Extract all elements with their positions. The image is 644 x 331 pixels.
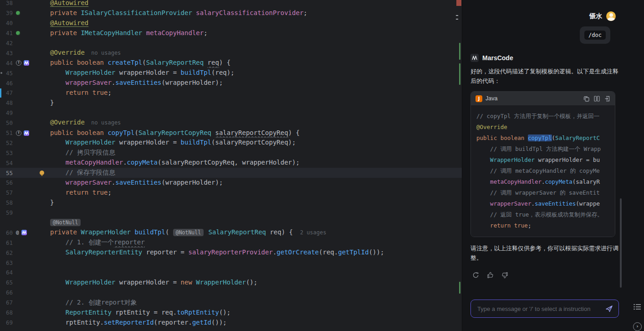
gutter[interactable]: 66 [0, 288, 48, 298]
gutter[interactable]: 46 [0, 78, 48, 88]
code-line[interactable]: 46 wrapperSaver.saveEntities(wrapperHold… [0, 78, 462, 88]
intention-bulb-icon[interactable] [40, 171, 44, 175]
code-line[interactable]: 39private ISalaryClassificationProvider … [0, 8, 462, 18]
line-number[interactable]: 66 [3, 289, 13, 296]
line-number[interactable]: 67 [3, 299, 13, 306]
gutter[interactable]: 50 [0, 118, 48, 128]
spring-bean-icon[interactable] [16, 11, 20, 15]
line-number[interactable]: 49 [3, 109, 13, 116]
gutter[interactable]: 57 [0, 188, 48, 198]
code-text[interactable]: return true; [48, 188, 462, 198]
code-text[interactable]: private WrapperHolder buildTpl( @NotNull… [48, 228, 462, 238]
code-text[interactable]: ReportEntity rptEntity = req.toRptEntity… [48, 308, 462, 318]
code-text[interactable]: WrapperHolder wrapperHolder = new Wrappe… [48, 278, 462, 288]
gutter[interactable]: 47 [0, 88, 48, 98]
line-number[interactable]: 40 [3, 20, 13, 26]
code-editor[interactable]: 38@Autowired39private ISalaryClassificat… [0, 0, 462, 331]
gutter[interactable]: 60@ [0, 228, 48, 238]
code-line[interactable]: 57 return true; [0, 188, 462, 198]
code-text[interactable]: private IMetaCopyHandler metaCopyHandler… [48, 28, 462, 38]
line-number[interactable]: 68 [3, 309, 13, 316]
code-text[interactable]: public boolean createTpl(SalaryReportReq… [48, 58, 462, 68]
line-number[interactable]: 50 [3, 119, 13, 126]
instruction-list-icon[interactable] [634, 304, 641, 310]
gutter[interactable]: 62 [0, 248, 48, 258]
gutter[interactable]: 63 [0, 258, 48, 268]
code-line[interactable]: 58} [0, 198, 462, 208]
gutter[interactable]: 53 [0, 148, 48, 158]
code-text[interactable]: @Autowired [48, 18, 462, 28]
line-number[interactable]: 58 [3, 199, 13, 206]
code-text[interactable]: // 保存字段信息 [48, 168, 462, 178]
code-line[interactable]: 55 // 保存字段信息 [0, 168, 462, 178]
insert-code-icon[interactable] [604, 96, 610, 102]
line-number[interactable]: 43 [3, 50, 13, 57]
gutter[interactable]: 39 [0, 8, 48, 18]
gutter[interactable]: 55 [0, 168, 48, 178]
line-number[interactable]: 39 [3, 10, 13, 16]
code-line[interactable]: 60@private WrapperHolder buildTpl( @NotN… [0, 228, 462, 238]
chat-input[interactable] [476, 305, 602, 313]
line-number[interactable]: 64 [3, 269, 13, 276]
line-number[interactable]: 54 [3, 160, 13, 166]
code-text[interactable]: } [48, 198, 462, 208]
code-line[interactable]: 56 wrapperSaver.saveEntities(wrapperHold… [0, 178, 462, 188]
diff-code-icon[interactable] [594, 96, 600, 102]
gutter[interactable]: 49 [0, 108, 48, 118]
gutter[interactable]: 42 [0, 38, 48, 48]
gutter[interactable]: 38 [0, 0, 48, 8]
line-number[interactable]: 63 [3, 259, 13, 266]
line-number[interactable]: 51 [3, 129, 13, 136]
override-method-icon[interactable]: ↑ [16, 60, 21, 66]
line-number[interactable]: 55 [3, 170, 13, 176]
code-text[interactable]: @Override no usages [48, 48, 462, 58]
gutter[interactable]: 52 [0, 138, 48, 148]
line-number[interactable]: 41 [3, 30, 13, 36]
code-line[interactable]: 59 [0, 208, 462, 218]
code-text[interactable]: @Autowired [48, 0, 462, 8]
code-line[interactable]: 61 // 1. 创建一个reporter [0, 238, 462, 248]
code-line[interactable]: 42 [0, 38, 462, 48]
line-number[interactable]: 56 [3, 179, 13, 186]
code-line[interactable]: @NotNull [0, 218, 462, 228]
chat-input-container[interactable] [470, 300, 619, 318]
regenerate-icon[interactable] [471, 271, 480, 279]
avatar[interactable] [606, 11, 616, 21]
code-line[interactable]: 68 ReportEntity rptEntity = req.toRptEnt… [0, 308, 462, 318]
gutter[interactable]: 58 [0, 198, 48, 208]
ai-assistant-icon[interactable] [21, 230, 27, 235]
ai-assistant-icon[interactable] [24, 60, 29, 66]
gutter[interactable]: 41 [0, 28, 48, 38]
line-number[interactable]: 65 [3, 279, 13, 286]
line-number[interactable]: 59 [3, 209, 13, 216]
code-text[interactable]: metaCopyHandler.copyMeta(salaryReportCop… [48, 158, 462, 168]
code-line[interactable]: 63 [0, 258, 462, 268]
history-icon[interactable]: › [633, 322, 642, 331]
gutter[interactable]: 67 [0, 298, 48, 308]
chat-scrollbar[interactable] [620, 198, 622, 288]
code-text[interactable]: SalaryReporterEntity reporter = salaryRe… [48, 248, 462, 258]
annotation-icon[interactable]: @ [16, 230, 19, 235]
line-number[interactable]: 42 [3, 40, 13, 47]
line-number[interactable]: 62 [3, 249, 13, 256]
code-text[interactable]: WrapperHolder wrapperHolder = buildTpl(s… [48, 138, 462, 148]
code-text[interactable]: public boolean copyTpl(SalaryReportCopyR… [48, 128, 462, 138]
code-text[interactable]: wrapperSaver.saveEntities(wrapperHolder)… [48, 78, 462, 88]
gutter[interactable]: 56 [0, 178, 48, 188]
error-stripe-mark[interactable] [456, 0, 461, 6]
code-line[interactable]: 38@Autowired [0, 0, 462, 8]
gutter[interactable] [0, 218, 48, 228]
gutter[interactable]: 44↑ [0, 58, 48, 68]
line-number[interactable]: 44 [3, 60, 13, 67]
code-text[interactable]: // 1. 创建一个reporter [48, 238, 462, 248]
code-line[interactable]: 69 rptEntity.setReporterId(reporter.getI… [0, 318, 462, 328]
gutter[interactable]: 65 [0, 278, 48, 288]
code-line[interactable]: 43@Override no usages [0, 48, 462, 58]
code-text[interactable]: @Override no usages [48, 118, 462, 128]
line-number[interactable]: 69 [3, 319, 13, 326]
gutter[interactable]: 45 [0, 68, 48, 78]
code-line[interactable]: 51↑public boolean copyTpl(SalaryReportCo… [0, 128, 462, 138]
line-number[interactable]: 38 [3, 0, 13, 6]
line-number[interactable]: 47 [3, 89, 13, 96]
gutter[interactable]: 61 [0, 238, 48, 248]
